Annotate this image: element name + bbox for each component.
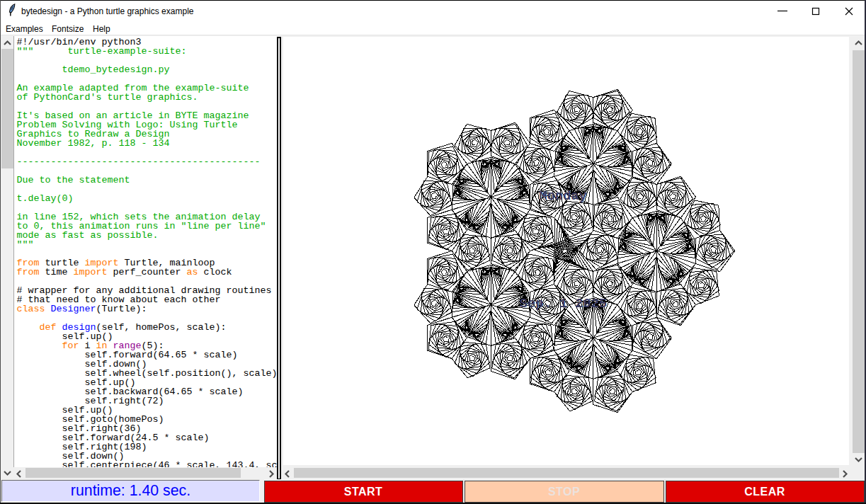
svg-text:Sep. 1 2025: Sep. 1 2025 [519,295,606,311]
svg-text:Monday: Monday [539,188,586,204]
